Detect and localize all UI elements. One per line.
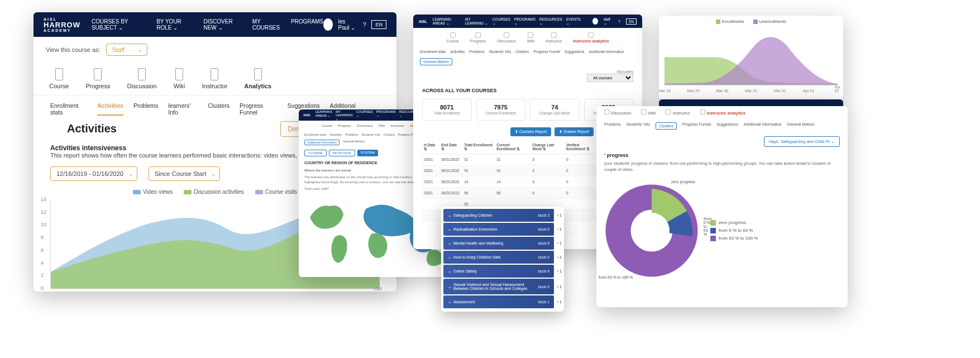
chevron-right-icon[interactable]: › 1 <box>557 269 562 273</box>
subtab[interactable]: Suggestions <box>565 50 585 54</box>
tab[interactable]: Instructor analytics <box>700 109 745 116</box>
subtab[interactable]: General Metrics <box>343 140 365 145</box>
nav-item[interactable]: LEARNING AREAS ⌄ <box>433 17 461 26</box>
funnel-item[interactable]: ⌄Online Safetystuck 8 <box>443 265 554 278</box>
funnel-item[interactable]: ⌄Assessmentstuck 1 <box>443 295 554 308</box>
microsites-select[interactable]: All courses <box>587 74 633 82</box>
subtab[interactable]: learners' Info <box>168 102 198 116</box>
date-range-select[interactable]: 12/16/2019 - 01/16/2020 <box>50 166 137 181</box>
tab[interactable]: Course <box>446 32 459 43</box>
tab[interactable]: Wiki <box>379 124 385 127</box>
tab-analytics[interactable]: Analytics <box>244 63 271 95</box>
tab[interactable]: Instructor <box>546 32 562 43</box>
chevron-right-icon[interactable]: › 1 <box>557 227 562 231</box>
lang-toggle[interactable]: EN <box>371 20 386 29</box>
subtab[interactable]: Clusters <box>515 50 529 54</box>
lang-toggle[interactable]: EN <box>626 18 637 25</box>
pill[interactable]: MICROSITE <box>329 150 355 156</box>
tab[interactable]: Discussion <box>604 109 631 116</box>
subtab[interactable]: Activities <box>451 50 465 54</box>
nav-item[interactable]: MY LEARNING ⌄ <box>336 110 353 121</box>
nav-item[interactable]: PROGRAMS <box>291 18 323 31</box>
subtab[interactable]: Problems <box>604 122 621 130</box>
col-header[interactable]: Verified Enrollment ⇅ <box>565 141 600 154</box>
tab-instructor[interactable]: Instructor <box>202 63 227 95</box>
subtab[interactable]: Suggestions <box>716 122 738 130</box>
nav-item[interactable]: RESOURCES ⌄ <box>539 17 562 26</box>
subtab[interactable]: Enrollment stats <box>420 50 446 54</box>
subtab[interactable]: Clusters <box>384 133 395 136</box>
subtab[interactable]: Enrollment stats <box>50 102 87 116</box>
subtab[interactable]: Activities <box>329 133 342 136</box>
download-button[interactable]: ⬇ Courses Report <box>510 127 551 136</box>
subtab[interactable]: Students' Info <box>627 122 651 130</box>
chevron-right-icon[interactable]: › 1 <box>557 285 562 289</box>
funnel-item[interactable]: ⌄Mental Health and Wellbeingstuck 8 <box>443 237 554 250</box>
nav-item[interactable]: COURSES ⌄ <box>356 110 373 121</box>
user-menu[interactable]: staff ⌄ <box>604 17 613 26</box>
subtab[interactable]: Progress Funnel <box>240 102 278 116</box>
funnel-item[interactable]: ⌄How to Keep Children Safestuck 0 <box>443 251 554 264</box>
funnel-item[interactable]: ⌄Radicalisation Extremismstuck 0 <box>443 223 554 236</box>
since-select[interactable]: Since Course Start <box>149 166 220 181</box>
tab[interactable]: Instructor <box>390 124 404 127</box>
tab-course[interactable]: Course <box>49 63 69 95</box>
subtab[interactable]: General Metrics <box>420 58 452 65</box>
chevron-right-icon[interactable]: › 1 <box>557 213 562 217</box>
nav-item[interactable]: COURSES ⌄ <box>493 17 510 26</box>
tab[interactable]: Wiki <box>641 109 656 116</box>
nav-item[interactable]: PROGRAMS ⌄ <box>514 17 536 26</box>
user-menu[interactable]: les Paul ⌄ ? EN <box>323 18 386 31</box>
nav-item[interactable]: MY LEARNING ⌄ <box>465 17 489 26</box>
tab[interactable]: Instructor <box>666 109 690 116</box>
pill[interactable]: SYSTEM <box>357 150 378 156</box>
tab[interactable]: Progress <box>338 124 351 127</box>
tab[interactable]: Wiki <box>527 32 534 43</box>
subtab[interactable]: Progress Funnel <box>682 122 711 130</box>
view-as-select[interactable]: Staff <box>106 44 147 56</box>
subtab[interactable]: Problems <box>133 102 158 116</box>
tab-progress[interactable]: Progress <box>85 63 110 95</box>
col-header[interactable]: Total Enrollment ⇅ <box>462 141 495 154</box>
funnel-item[interactable]: ⌄Sexual Violence and Sexual Harassment B… <box>443 279 554 294</box>
funnel-item[interactable]: ⌄Safeguarding Childrenstuck 3 <box>443 209 554 222</box>
subtab[interactable]: Additional Information <box>744 122 782 130</box>
nav-item[interactable]: COURSES BY SUBJECT ⌄ <box>92 18 149 31</box>
col-header[interactable]: End Date ⇅ <box>439 141 462 154</box>
nav-item[interactable]: LEARNING AREAS ⌄ <box>315 110 333 121</box>
nav-item[interactable]: DISCOVER NEW ⌄ <box>203 18 244 31</box>
help-icon[interactable]: ? <box>363 22 366 28</box>
col-header[interactable]: Change Last Week ⇅ <box>531 141 565 154</box>
col-header[interactable]: Current Enrollment ⇅ <box>495 141 530 154</box>
subtab[interactable]: Problems <box>469 50 484 54</box>
help-icon[interactable]: ? <box>618 20 620 23</box>
subtab[interactable]: Problems <box>345 133 358 136</box>
tab-wiki[interactable]: Wiki <box>174 63 185 95</box>
subtab[interactable]: Students' Info <box>489 50 511 54</box>
tab[interactable]: Discussion <box>497 32 516 43</box>
subtab[interactable]: Progress Funnel <box>533 50 560 54</box>
chevron-right-icon[interactable]: › 1 <box>557 300 562 304</box>
chevron-right-icon[interactable]: › 1 <box>557 241 562 245</box>
subtab[interactable]: Enrollment stats <box>304 133 326 136</box>
download-button[interactable]: ⬇ Grades Report <box>554 127 594 136</box>
nav-item[interactable]: MY COURSES <box>252 18 283 31</box>
tab[interactable]: Instructor analytics <box>573 32 609 43</box>
tab[interactable]: Progress <box>470 32 486 43</box>
subtab[interactable]: Activities <box>97 102 123 116</box>
nav-item[interactable]: BY YOUR ROLE ⌄ <box>156 18 195 31</box>
tab[interactable]: Discussion <box>357 124 373 127</box>
nav-item[interactable]: EVENTS ⌄ <box>566 17 581 26</box>
tab-discussion[interactable]: Discussion <box>127 63 157 95</box>
tab[interactable]: Course <box>322 124 332 127</box>
subtab[interactable]: Students' Info <box>361 133 380 136</box>
col-header[interactable]: rt Date ⇅ <box>422 141 439 154</box>
course-filter[interactable]: Hays: Safeguarding and Child Pr ⌄ <box>764 136 840 147</box>
subtab[interactable]: Additional Information <box>304 140 340 145</box>
subtab[interactable]: Clusters <box>656 122 677 130</box>
subtab[interactable]: Clusters <box>208 102 230 116</box>
nav-item[interactable]: PROGRAMS ⌄ <box>376 110 396 121</box>
subtab[interactable]: Additional Information <box>589 50 624 54</box>
pill[interactable]: COURSE <box>304 150 327 156</box>
subtab[interactable]: General Metrics <box>787 122 814 130</box>
